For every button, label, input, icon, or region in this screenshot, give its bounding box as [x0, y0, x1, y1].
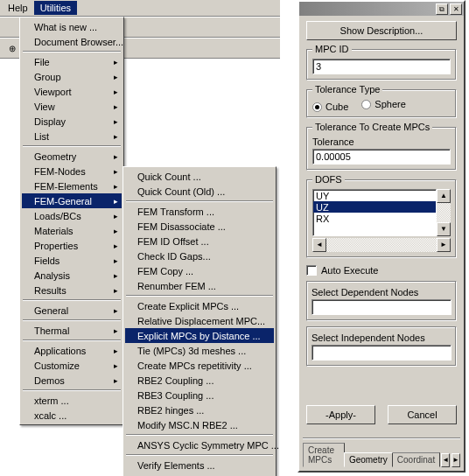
mi-applications[interactable]: Applications [22, 343, 122, 358]
mi-tie-mpcs-3d[interactable]: Tie (MPCs) 3d meshes ... [125, 343, 274, 358]
mi-rbe2-hinges[interactable]: RBE2 hinges ... [125, 402, 274, 417]
dofs-item-uz[interactable]: UZ [313, 201, 436, 213]
scroll-right-icon[interactable]: ► [437, 238, 451, 252]
tolerance-type-label: Tolerance Type [312, 84, 382, 94]
mi-rbe3-coupling[interactable]: RBE3 Coupling ... [125, 388, 274, 402]
menu-separator [23, 299, 121, 301]
mi-fem-elements[interactable]: FEM-Elements [22, 178, 122, 193]
dofs-scrollbar[interactable]: ▲ ▼ [437, 189, 451, 236]
radio-sphere[interactable]: Sphere [361, 99, 405, 109]
mi-renumber-fem[interactable]: Renumber FEM ... [125, 278, 274, 293]
mi-file[interactable]: File [22, 54, 122, 69]
undock-button[interactable]: ⧉ [436, 4, 448, 15]
scroll-left-icon[interactable]: ◄ [312, 238, 326, 252]
select-independent-group: Select Independent Nodes [306, 326, 457, 367]
mi-results[interactable]: Results [22, 283, 122, 298]
create-mpcs-dialog: ⧉ ✕ Show Description... MPC ID Tolerance… [298, 0, 466, 472]
dialog-titlebar: ⧉ ✕ [299, 2, 464, 16]
mpc-id-group: MPC ID [306, 49, 457, 80]
tabs-scroll-right-icon[interactable]: ► [452, 453, 460, 467]
mi-fem-id-offset[interactable]: FEM ID Offset ... [125, 234, 274, 248]
mpc-id-field[interactable] [312, 59, 451, 74]
mi-create-mpcs-repetitivity[interactable]: Create MPCs repetitivity ... [125, 358, 274, 373]
close-button[interactable]: ✕ [450, 4, 462, 15]
mi-xcalc[interactable]: xcalc ... [22, 408, 122, 423]
menu-separator [23, 340, 121, 341]
mi-fem-copy[interactable]: FEM Copy ... [125, 263, 274, 278]
scroll-down-icon[interactable]: ▼ [437, 222, 451, 236]
toolbar-btn[interactable] [4, 18, 21, 36]
scroll-up-icon[interactable]: ▲ [437, 189, 451, 203]
tab-coordinat[interactable]: Coordinat [392, 452, 440, 467]
mi-modify-mscn-rbe2[interactable]: Modify MSC.N RBE2 ... [125, 417, 274, 432]
mi-fem-nodes[interactable]: FEM-Nodes [22, 164, 122, 178]
tolerance-create-group: Tolerance To Create MPCs Tolerance [306, 127, 457, 171]
dofs-label: DOFS [312, 174, 345, 185]
show-description-button[interactable]: Show Description... [306, 21, 457, 40]
checkbox-box-icon [306, 265, 317, 276]
mi-viewport[interactable]: Viewport [22, 84, 122, 99]
mi-geometry[interactable]: Geometry [22, 149, 122, 164]
mi-whats-new[interactable]: What is new ... [22, 19, 122, 34]
select-independent-field[interactable] [312, 345, 452, 360]
mi-customize[interactable]: Customize [22, 358, 122, 373]
mi-thermal[interactable]: Thermal [22, 323, 122, 338]
mi-analysis[interactable]: Analysis [22, 268, 122, 283]
mpc-id-label: MPC ID [312, 44, 352, 54]
mi-document-browser[interactable]: Document Browser... [22, 34, 122, 49]
mi-fem-general[interactable]: FEM-General [22, 193, 122, 208]
auto-execute-label: Auto Execute [321, 265, 378, 276]
menu-separator [126, 295, 273, 297]
mi-fields[interactable]: Fields [22, 253, 122, 268]
mi-rbe2-coupling[interactable]: RBE2 Coupling ... [125, 373, 274, 388]
tab-geometry[interactable]: Geometry [344, 452, 393, 467]
cancel-button[interactable]: Cancel [388, 405, 457, 424]
radio-cube-label: Cube [326, 102, 348, 112]
mi-check-id-gaps[interactable]: Check ID Gaps... [125, 248, 274, 263]
toolbar-btn[interactable]: ⊕ [4, 39, 21, 57]
mi-quick-count-old[interactable]: Quick Count (Old) ... [125, 184, 274, 199]
mi-materials[interactable]: Materials [22, 223, 122, 238]
select-dependent-group: Select Dependent Nodes [306, 281, 457, 321]
mi-fem-transform[interactable]: FEM Transform ... [125, 204, 274, 219]
mi-create-explicit-mpcs[interactable]: Create Explicit MPCs ... [125, 298, 274, 313]
mi-group[interactable]: Group [22, 69, 122, 84]
mi-verify-elements[interactable]: Verify Elements ... [125, 458, 274, 472]
select-dependent-field[interactable] [312, 299, 452, 315]
mi-fem-disassociate[interactable]: FEM Disassociate ... [125, 219, 274, 234]
menu-separator [23, 145, 121, 147]
mi-relative-displacement-mpc[interactable]: Relative Displacement MPC... [125, 313, 274, 328]
mi-loads-bcs[interactable]: Loads/BCs [22, 208, 122, 223]
mi-properties[interactable]: Properties [22, 238, 122, 253]
hscroll-track[interactable] [326, 238, 437, 252]
mi-view[interactable]: View [22, 99, 122, 114]
apply-button[interactable]: -Apply- [306, 405, 375, 424]
radio-bullet-icon [312, 102, 322, 112]
tolerance-field[interactable] [312, 149, 451, 164]
mi-explicit-mpcs-by-distance[interactable]: Explicit MPCs by Distance ... [125, 328, 274, 343]
mi-general[interactable]: General [22, 303, 122, 318]
scroll-track[interactable] [437, 203, 451, 222]
mi-demos[interactable]: Demos [22, 373, 122, 388]
mi-quick-count[interactable]: Quick Count ... [125, 169, 274, 184]
mi-list[interactable]: List [22, 129, 122, 144]
tolerance-create-label: Tolerance To Create MPCs [312, 122, 432, 132]
dofs-item-uy[interactable]: UY [313, 190, 436, 201]
divider [303, 438, 460, 439]
radio-cube[interactable]: Cube [312, 102, 348, 112]
radio-sphere-label: Sphere [374, 99, 405, 109]
tabs-scroll-left-icon[interactable]: ◄ [441, 453, 450, 467]
mi-xterm[interactable]: xterm ... [22, 393, 122, 408]
mi-change-verification-params[interactable]: Change Verification Parameters ... [125, 472, 274, 476]
dofs-group: DOFS UY UZ RX ▲ ▼ ◄ ► [306, 179, 457, 258]
auto-execute-checkbox[interactable]: Auto Execute [306, 265, 457, 276]
menu-help[interactable]: Help [2, 1, 34, 15]
dofs-listbox[interactable]: UY UZ RX ▲ ▼ [312, 189, 451, 236]
fem-general-submenu: Quick Count ... Quick Count (Old) ... FE… [122, 166, 276, 476]
mi-display[interactable]: Display [22, 114, 122, 129]
dofs-item-rx[interactable]: RX [313, 213, 436, 224]
menu-utilities[interactable]: Utilities [34, 1, 77, 15]
mi-ansys-cyclic-symmetry[interactable]: ANSYS Cyclic Symmetry MPC ... [125, 438, 274, 452]
select-dependent-label: Select Dependent Nodes [312, 287, 452, 298]
tab-create-mpcs[interactable]: Create MPCs [303, 443, 345, 467]
